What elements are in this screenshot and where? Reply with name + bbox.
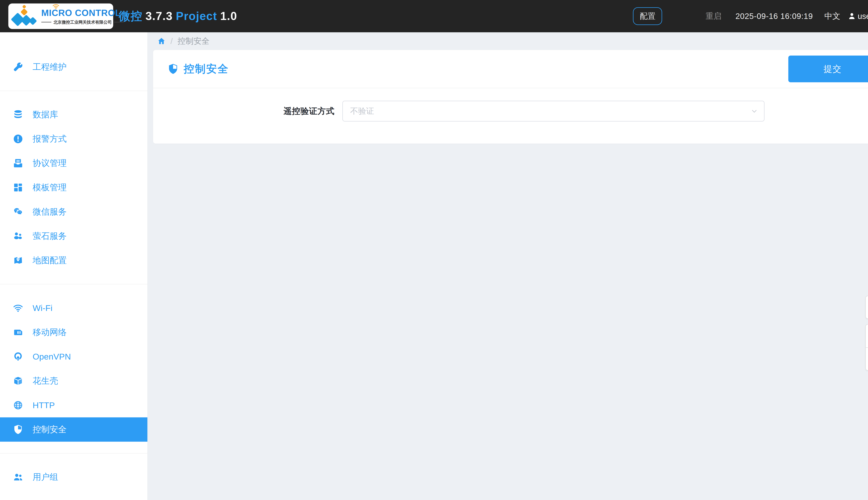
scroll-down-button[interactable] (866, 348, 868, 370)
sidebar-item-label: HTTP (33, 400, 55, 410)
wifi-icon (52, 3, 60, 10)
sidebar-item-database[interactable]: 数据库 (0, 102, 147, 127)
language-switch[interactable]: 中文 (824, 11, 841, 22)
main-content: / 控制安全 控制安全 提交 遥控验证方式 不验证 (148, 32, 868, 500)
header-actions: 配置 重启 2025-09-16 16:09:19 中文 user (633, 7, 868, 25)
collapse-button[interactable] (865, 296, 868, 319)
sidebar-item-label: 协议管理 (33, 158, 67, 169)
sidebar: 工程维护 数据库 报警方式 协议管理 模板管理 (0, 32, 148, 500)
peanut-icon (13, 376, 23, 386)
logo: MICRO CONTROL 北京微控工业网关技术有限公司 (8, 3, 113, 29)
sidebar-item-control-security[interactable]: 控制安全 (0, 417, 147, 442)
card-body: 遥控验证方式 不验证 (153, 88, 868, 122)
ezviz-icon (13, 231, 23, 241)
sidebar-item-label: 地图配置 (33, 255, 67, 266)
sidebar-item-map-config[interactable]: 地图配置 (0, 248, 147, 273)
chevron-down-icon (751, 107, 758, 115)
sidebar-divider (0, 91, 147, 91)
app-version: 3.7.3 (146, 10, 173, 22)
sidebar-item-user-group[interactable]: 用户组 (0, 465, 147, 489)
sidebar-item-label: 控制安全 (33, 424, 67, 435)
username: user (858, 11, 868, 21)
scroll-button-group (865, 324, 868, 371)
sidebar-item-http[interactable]: HTTP (0, 393, 147, 417)
restart-button[interactable]: 重启 (706, 11, 721, 22)
app-title: 微控3.7.3Project1.0 (119, 8, 240, 24)
sidebar-item-label: 工程维护 (33, 61, 67, 73)
sidebar-item-label: 花生壳 (33, 375, 58, 387)
protocol-icon (13, 158, 23, 168)
sidebar-item-label: 用户组 (33, 471, 58, 483)
breadcrumb-current: 控制安全 (178, 36, 209, 46)
sim-icon (13, 327, 23, 338)
sidebar-item-wifi[interactable]: Wi-Fi (0, 296, 147, 320)
sidebar-item-label: 移动网络 (33, 327, 67, 338)
wifi-icon (13, 303, 23, 313)
diamond-icon (22, 4, 26, 9)
sidebar-item-label: 萤石服务 (33, 230, 67, 242)
logo-text: MICRO CONTROL 北京微控工业网关技术有限公司 (41, 8, 124, 25)
submit-button[interactable]: 提交 (788, 56, 868, 82)
user-icon (848, 12, 856, 20)
shield-icon (167, 63, 179, 75)
sidebar-item-mobile-network[interactable]: 移动网络 (0, 320, 147, 344)
sidebar-item-template-management[interactable]: 模板管理 (0, 175, 147, 200)
map-icon (13, 255, 23, 266)
sidebar-divider (0, 284, 147, 284)
header-datetime: 2025-09-16 16:09:19 (735, 11, 813, 21)
globe-icon (13, 400, 23, 410)
diamond-icon (28, 17, 37, 25)
home-icon (157, 37, 165, 45)
remote-auth-select-value: 不验证 (350, 106, 751, 116)
config-button[interactable]: 配置 (633, 7, 662, 25)
sidebar-item-label: OpenVPN (33, 352, 71, 362)
diamond-icon (21, 8, 28, 16)
main-layout: 工程维护 数据库 报警方式 协议管理 模板管理 (0, 32, 868, 500)
openvpn-icon (13, 351, 23, 362)
control-security-card: 控制安全 提交 遥控验证方式 不验证 (153, 50, 868, 144)
scroll-up-button[interactable] (866, 325, 868, 348)
template-icon (13, 182, 23, 193)
sidebar-item-openvpn[interactable]: OpenVPN (0, 344, 147, 369)
logo-company-text: 北京微控工业网关技术有限公司 (41, 20, 124, 25)
alarm-icon (13, 134, 23, 144)
sidebar-item-label: 数据库 (33, 109, 58, 120)
sidebar-item-alarm-method[interactable]: 报警方式 (0, 127, 147, 151)
page-title: 控制安全 (184, 62, 229, 76)
project-version: 1.0 (220, 10, 237, 22)
breadcrumb: / 控制安全 (148, 32, 868, 50)
database-icon (13, 109, 23, 120)
user-menu[interactable]: user (848, 11, 868, 21)
sidebar-item-label: 报警方式 (33, 133, 67, 145)
sidebar-item-ezviz-service[interactable]: 萤石服务 (0, 224, 147, 248)
sidebar-item-label: 微信服务 (33, 206, 67, 217)
sidebar-item-label: Wi-Fi (33, 303, 53, 313)
sidebar-item-label: 模板管理 (33, 182, 67, 193)
breadcrumb-separator: / (170, 36, 173, 46)
wrench-icon (13, 62, 23, 72)
remote-auth-form-row: 遥控验证方式 不验证 (153, 101, 868, 122)
app-header: MICRO CONTROL 北京微控工业网关技术有限公司 微控3.7.3Proj… (0, 0, 868, 32)
card-header: 控制安全 提交 (153, 50, 868, 88)
sidebar-item-protocol-management[interactable]: 协议管理 (0, 151, 147, 175)
sidebar-item-wechat-service[interactable]: 微信服务 (0, 200, 147, 224)
logo-diamonds-icon (12, 6, 38, 27)
shield-icon (13, 424, 23, 435)
users-icon (13, 472, 23, 482)
wechat-icon (13, 207, 23, 217)
remote-auth-select[interactable]: 不验证 (342, 101, 765, 122)
project-label: Project (176, 10, 217, 22)
breadcrumb-home[interactable] (157, 37, 165, 45)
sidebar-item-engineering-maintenance[interactable]: 工程维护 (0, 55, 147, 79)
sidebar-divider (0, 453, 147, 454)
sidebar-item-peanut-shell[interactable]: 花生壳 (0, 369, 147, 393)
remote-auth-label: 遥控验证方式 (153, 105, 334, 117)
